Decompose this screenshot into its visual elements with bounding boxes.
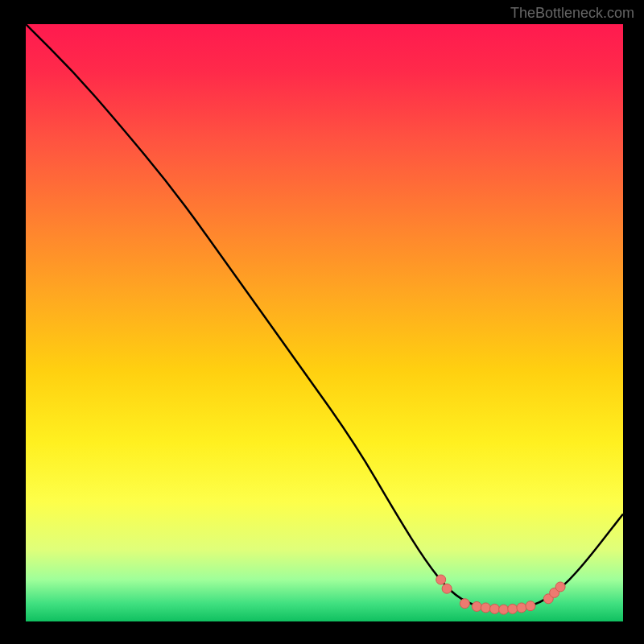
data-marker — [517, 603, 526, 613]
data-marker — [472, 601, 481, 611]
bottleneck-curve — [26, 24, 623, 609]
chart-svg — [26, 24, 623, 621]
data-marker — [460, 599, 469, 609]
data-marker — [436, 575, 446, 584]
data-marker — [489, 604, 499, 613]
data-marker — [442, 584, 452, 593]
data-marker — [481, 603, 490, 613]
attribution-text: TheBottleneck.com — [510, 5, 634, 22]
data-marker — [499, 605, 509, 614]
data-marker — [526, 601, 535, 611]
chart-plot-area — [26, 24, 623, 621]
data-marker — [555, 582, 565, 592]
data-marker — [508, 604, 518, 613]
